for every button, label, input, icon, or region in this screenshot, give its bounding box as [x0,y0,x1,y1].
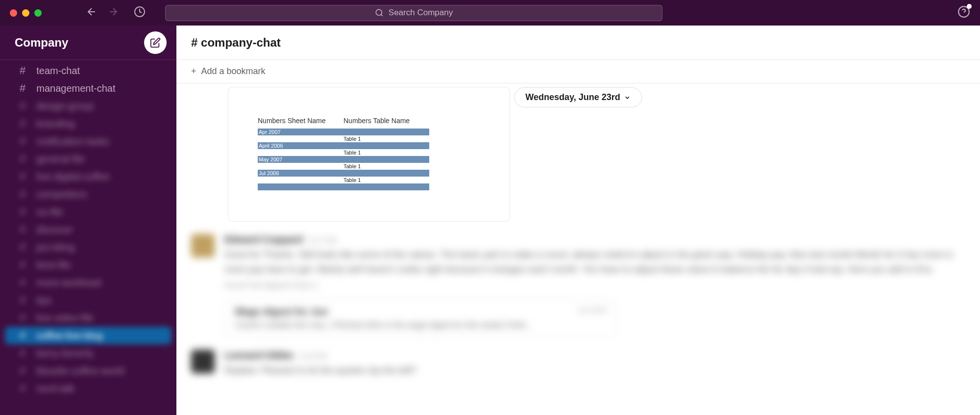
titlebar: Search Company [0,0,980,26]
channel-label: best-file [36,259,71,271]
help-icon[interactable] [957,5,970,20]
hash-icon: # [20,135,25,148]
channel-label: pro-bling [36,242,74,253]
search-input[interactable]: Search Company [165,5,662,21]
hash-icon: # [20,382,25,395]
table-row: Table 1 [258,149,429,156]
table-row: April 2006 [258,142,429,149]
channel-label: branding [36,118,74,130]
hash-icon: # [20,82,25,95]
channel-header[interactable]: # company-chat [176,26,980,60]
channel-item-blurred[interactable]: #no-file [5,203,172,221]
channel-item-blurred[interactable]: #coffee-live-blog [5,327,172,344]
message-area: Wednesday, June 23rd Numbers Sheet Name … [176,83,980,415]
hash-icon: # [20,170,25,183]
channel-item-blurred[interactable]: #notification-tasks [5,132,172,150]
workspace-header[interactable]: Company [0,26,176,60]
cell-sheet: April 2006 [258,142,343,149]
date-divider-pill[interactable]: Wednesday, June 23rd [514,87,642,107]
channel-label: notification-tasks [36,136,109,147]
channel-item-blurred[interactable]: #tips [5,291,172,309]
hash-icon: # [20,153,25,165]
message-footer: Good Free Aligned Chart 1 [224,279,965,292]
channel-item-blurred[interactable]: #berry-beverly [5,344,172,362]
message-author: Leonard Gibbs [224,350,294,361]
hash-icon: # [20,329,25,342]
cell-table [343,156,429,163]
blurred-message: Leonard Gibbs 9:18 PM Replied. Pleased t… [191,350,965,378]
table-row: Apr 2007 [258,129,429,135]
notification-badge [967,4,972,9]
channel-label: competitors [36,189,87,200]
avatar [191,234,215,258]
col-header-sheet: Numbers Sheet Name [258,117,343,125]
cell-table: Table 1 [343,135,429,142]
hash-icon: # [20,188,25,201]
back-icon[interactable] [86,6,98,20]
channel-label: bloodie-coffee-world [36,365,124,377]
maximize-window-button[interactable] [34,9,42,17]
compose-icon [150,37,161,48]
cell-table [343,129,429,135]
hash-icon: # [20,241,25,254]
cell-sheet [258,149,343,156]
hash-icon: # [20,100,25,112]
hash-icon: # [20,276,25,289]
channel-item-blurred[interactable]: #design-group [5,97,172,115]
avatar [191,350,215,373]
quoted-title: Wage digest for Jun [235,306,606,317]
cell-table: Table 1 [343,177,429,183]
hash-icon: # [20,364,25,377]
image-attachment[interactable]: Numbers Sheet Name Numbers Table Name Ap… [228,87,510,222]
hash-icon: # [20,294,25,307]
hash-icon: # [20,206,25,218]
channel-label: live-digital-coffee [36,171,110,182]
channel-label: management-chat [36,83,115,94]
hash-icon: # [20,223,25,236]
cell-sheet [258,163,343,170]
channel-item-blurred[interactable]: #live-digital-coffee [5,168,172,185]
message-text: Good for Thanks. Still looks like some o… [224,247,965,277]
close-window-button[interactable] [10,9,17,17]
cell-sheet: May 2007 [258,156,343,163]
channel-item-blurred[interactable]: #discover [5,221,172,238]
channel-item-team-chat[interactable]: # team-chat [5,62,172,79]
channel-item-blurred[interactable]: #general-file [5,150,172,168]
table-row: Table 1 [258,177,429,183]
search-icon [375,8,384,17]
channel-item-blurred[interactable]: #branding [5,115,172,132]
table-row [258,183,429,190]
cell-table [343,142,429,149]
message-text: Replied. Pleased to let the quarter top … [224,363,965,378]
workspace-name: Company [15,36,68,50]
channel-item-blurred[interactable]: #bloodie-coffee-world [5,362,172,380]
compose-button[interactable] [144,31,167,54]
channel-label: no-file [36,207,63,218]
channel-label: berry-beverly [36,348,94,359]
quoted-attachment[interactable]: Jun 2019 Wage digest for Jun Canal's not… [224,299,616,337]
channel-label: discover [36,224,73,235]
channel-list: # team-chat # management-chat #design-gr… [0,60,176,399]
cell-table: Table 1 [343,149,429,156]
nav-arrows [86,6,119,20]
channel-item-management-chat[interactable]: # management-chat [5,79,172,97]
window-controls [10,9,42,17]
add-bookmark-button[interactable]: + Add a bookmark [176,60,980,83]
channel-item-blurred[interactable]: #best-file [5,256,172,274]
sidebar: Company # team-chat # management-chat #d… [0,26,176,415]
channel-item-blurred[interactable]: #live-video-file [5,309,172,327]
plus-icon: + [191,66,196,77]
forward-icon[interactable] [107,6,119,20]
channel-item-blurred[interactable]: #more-workload [5,274,172,291]
hash-icon: # [20,259,25,271]
history-icon[interactable] [134,6,146,20]
channel-label: general-file [36,154,85,165]
channel-item-blurred[interactable]: #nerd-talk [5,380,172,397]
channel-item-blurred[interactable]: #pro-bling [5,238,172,256]
message-time: 9:17 PM [309,236,336,244]
channel-item-blurred[interactable]: #competitors [5,185,172,203]
cell-sheet [258,183,343,190]
app-body: Company # team-chat # management-chat #d… [0,26,980,415]
minimize-window-button[interactable] [22,9,29,17]
svg-point-1 [376,9,382,15]
